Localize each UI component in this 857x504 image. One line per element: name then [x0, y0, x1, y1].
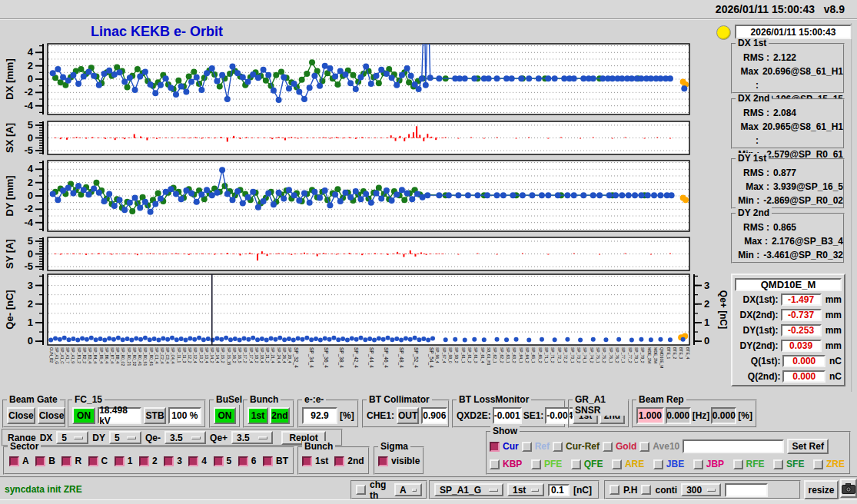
- svg-text:0: 0: [28, 335, 33, 346]
- qmd-row-value: 0.039: [781, 340, 822, 352]
- show-jbe-item: JBE: [653, 459, 684, 469]
- fc15-on-button[interactable]: ON: [72, 407, 95, 424]
- svg-text:3: 3: [704, 280, 709, 291]
- show-sfe-checkbox[interactable]: [773, 459, 783, 469]
- sigma-group: Sigma visible: [374, 446, 424, 475]
- svg-text:SP_14_4: SP_14_4: [215, 347, 220, 363]
- set-ref-button[interactable]: Set Ref: [787, 439, 829, 454]
- range-qem-select[interactable]: 3.5: [164, 431, 206, 444]
- svg-text:SP_42_4: SP_42_4: [353, 347, 359, 368]
- svg-text:SP_16_5: SP_16_5: [238, 347, 242, 363]
- bunch-1st-button[interactable]: 1st: [247, 407, 268, 424]
- svg-text:SP_61_3: SP_61_3: [473, 347, 478, 363]
- spare-input[interactable]: [725, 483, 768, 497]
- resize-button[interactable]: resize: [804, 480, 839, 499]
- svg-text:SP_24_4: SP_24_4: [277, 347, 281, 363]
- bunch-order-select[interactable]: 1st: [507, 483, 544, 496]
- interval-select[interactable]: 300: [681, 483, 721, 496]
- chg-th-checkbox[interactable]: [356, 485, 366, 495]
- sector-2-checkbox[interactable]: [139, 456, 149, 466]
- conti-checkbox[interactable]: [641, 485, 651, 495]
- show-rfe-label: RFE: [746, 459, 765, 469]
- svg-text:SP_77_1: SP_77_1: [621, 347, 626, 363]
- beam-gate-group: Beam Gate Close Close: [2, 400, 66, 428]
- bunch-2nd-button[interactable]: 2nd: [270, 407, 290, 424]
- sector-b-label: B: [48, 456, 55, 466]
- svg-text:SP_71_2: SP_71_2: [550, 347, 555, 363]
- sector-4-checkbox[interactable]: [188, 456, 198, 466]
- show-zre-checkbox[interactable]: [813, 459, 823, 469]
- svg-text:5: 5: [28, 235, 33, 247]
- show-pfe-checkbox[interactable]: [531, 459, 541, 469]
- show-rfe-checkbox[interactable]: [733, 459, 743, 469]
- sector-c-checkbox[interactable]: [88, 456, 98, 466]
- threshold-input[interactable]: [548, 484, 570, 496]
- busel-on-button[interactable]: ON: [214, 407, 236, 424]
- show-cur-ref-checkbox[interactable]: [553, 442, 563, 452]
- sector-select[interactable]: A: [394, 483, 422, 496]
- ph-checkbox[interactable]: [610, 485, 619, 495]
- svg-text:-5: -5: [24, 260, 33, 272]
- svg-text:SP_74_2: SP_74_2: [590, 347, 594, 363]
- range-qep-select[interactable]: 3.5: [231, 431, 273, 444]
- fc15-stb-button[interactable]: STB: [144, 407, 165, 424]
- sector-b-checkbox[interactable]: [35, 456, 45, 466]
- bunch-view-2nd-checkbox[interactable]: [334, 456, 344, 466]
- svg-text:SP_74_1: SP_74_1: [583, 347, 587, 363]
- camera-icon: [842, 483, 855, 494]
- svg-text:SP_61_2: SP_61_2: [467, 347, 472, 363]
- screenshot-camera-button[interactable]: [840, 479, 857, 498]
- show-cur-checkbox[interactable]: [490, 442, 500, 452]
- sector-1-label: 1: [128, 456, 133, 466]
- range-qem-value: 3.5: [170, 433, 183, 443]
- sector-3-checkbox[interactable]: [164, 456, 174, 466]
- stat-min-value: -2.869@SP_R0_02: [763, 194, 843, 207]
- bpm-select[interactable]: SP_A1_G: [434, 483, 503, 496]
- svg-text:SP_26_4: SP_26_4: [282, 347, 287, 363]
- bt-collimator-title: BT Collimator: [367, 394, 432, 405]
- show-are-item: ARE: [612, 459, 644, 469]
- ref-name-input[interactable]: [683, 439, 784, 453]
- svg-text:SP_R0_32: SP_R0_32: [132, 347, 137, 366]
- sector-6-checkbox[interactable]: [238, 456, 248, 466]
- show-jbe-checkbox[interactable]: [653, 459, 663, 469]
- sector-1-checkbox[interactable]: [115, 456, 125, 466]
- sector-a-checkbox[interactable]: [9, 456, 19, 466]
- sector-bt-checkbox[interactable]: [263, 456, 273, 466]
- qmd-row-label: DY(1st):: [735, 325, 779, 336]
- range-dy-select[interactable]: 5: [109, 431, 141, 444]
- sigma-visible-checkbox[interactable]: [378, 456, 388, 466]
- beam-gate-close-button-2[interactable]: Close: [38, 407, 66, 424]
- show-jbp-checkbox[interactable]: [693, 459, 703, 469]
- show-kbp-checkbox[interactable]: [490, 459, 500, 469]
- beam-gate-title: Beam Gate: [7, 394, 60, 405]
- show-are-checkbox[interactable]: [612, 459, 622, 469]
- show-gold-checkbox[interactable]: [603, 442, 613, 452]
- svg-text:BTE_3: BTE_3: [679, 347, 683, 360]
- show-zre-label: ZRE: [826, 459, 845, 469]
- show-ref-checkbox[interactable]: [522, 442, 532, 452]
- svg-text:2: 2: [704, 298, 709, 310]
- sigma-visible-label: visible: [391, 456, 420, 466]
- sector-5-checkbox[interactable]: [214, 456, 224, 466]
- dx-plot: -4-2024DX [mm]: [4, 22, 689, 114]
- beam-gate-close-button-1[interactable]: Close: [7, 407, 35, 424]
- bunch-view-1st-checkbox[interactable]: [302, 456, 312, 466]
- sector-r-checkbox[interactable]: [61, 456, 71, 466]
- stat-box-dy-1st: DY 1stRMS :0.877Max :3.939@SP_16_5Min :-…: [731, 158, 845, 209]
- qmd-row-value: 0.000: [782, 370, 825, 383]
- qmd-row: DY(2nd):0.039mm: [735, 338, 842, 353]
- show-qfe-checkbox[interactable]: [571, 459, 581, 469]
- qmd-row-label: DY(2nd):: [735, 340, 779, 351]
- svg-text:SP_B3_4: SP_B3_4: [88, 347, 92, 363]
- qmd-row-label: Q(1st):: [735, 356, 780, 366]
- dx-series-edge-blue: [681, 85, 687, 91]
- svg-text:SP_72_2: SP_72_2: [563, 347, 568, 363]
- svg-text:SP_R0_02: SP_R0_02: [121, 347, 125, 366]
- show-cur-label: Cur: [503, 441, 519, 452]
- che1-out-button[interactable]: OUT: [397, 407, 419, 424]
- q-plot-area: [48, 274, 689, 345]
- range-dx-select[interactable]: 5: [56, 431, 88, 444]
- show-ave10-checkbox[interactable]: [639, 442, 649, 452]
- option-indicator-icon: [74, 436, 83, 439]
